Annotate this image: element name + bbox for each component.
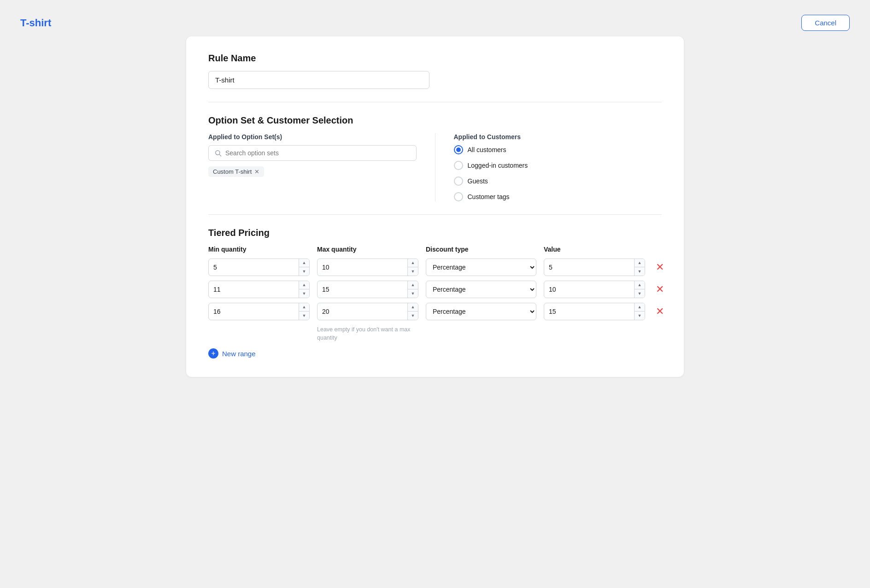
max-qty-3-spinner: ▲ ▼ — [407, 303, 418, 320]
min-qty-2-spinner: ▲ ▼ — [299, 281, 309, 298]
svg-line-1 — [219, 154, 221, 156]
table-row: ▲ ▼ ▲ ▼ Percentage Fixed amount Fixed pr… — [208, 259, 662, 276]
rule-name-input[interactable] — [208, 71, 429, 89]
customer-radio-group: All customers Logged-in customers Guests… — [454, 145, 662, 201]
min-qty-2-up[interactable]: ▲ — [299, 281, 309, 289]
table-row: ▲ ▼ ▲ ▼ Percentage Fixed amount Fixed pr… — [208, 281, 662, 298]
option-search-box — [208, 145, 417, 161]
radio-circle-tags — [454, 192, 463, 201]
search-icon — [214, 149, 222, 157]
value-3-input[interactable] — [544, 303, 634, 320]
min-qty-3-wrap: ▲ ▼ — [208, 303, 310, 320]
radio-customer-tags[interactable]: Customer tags — [454, 192, 662, 201]
value-2-up[interactable]: ▲ — [635, 281, 645, 289]
max-qty-1-up[interactable]: ▲ — [408, 259, 418, 267]
main-card: Rule Name Option Set & Customer Selectio… — [186, 36, 684, 377]
min-qty-3-spinner: ▲ ▼ — [299, 303, 309, 320]
radio-guests[interactable]: Guests — [454, 176, 662, 186]
radio-label-guests: Guests — [468, 177, 488, 185]
max-qty-2-spinner: ▲ ▼ — [407, 281, 418, 298]
radio-all-customers[interactable]: All customers — [454, 145, 662, 154]
divider-1 — [208, 102, 662, 102]
min-qty-3-down[interactable]: ▼ — [299, 312, 309, 320]
max-qty-1-input[interactable] — [317, 259, 407, 276]
min-qty-1-wrap: ▲ ▼ — [208, 259, 310, 276]
value-2-down[interactable]: ▼ — [635, 289, 645, 298]
min-qty-3-input[interactable] — [209, 303, 299, 320]
radio-circle-guests — [454, 176, 463, 186]
radio-dot-all — [456, 147, 461, 152]
value-2-input[interactable] — [544, 281, 634, 298]
discount-type-3-select[interactable]: Percentage Fixed amount Fixed price — [426, 303, 536, 320]
table-row: ▲ ▼ ▲ ▼ Percentage Fixed amount Fixed pr… — [208, 303, 662, 320]
new-range-button[interactable]: + New range — [208, 348, 256, 359]
radio-label-tags: Customer tags — [468, 193, 510, 200]
discount-type-2-wrap: Percentage Fixed amount Fixed price — [426, 281, 536, 298]
delete-row-2-button[interactable]: ✕ — [652, 282, 667, 297]
option-search-input[interactable] — [225, 149, 411, 157]
min-qty-1-up[interactable]: ▲ — [299, 259, 309, 267]
col-discount-type: Discount type — [426, 246, 536, 255]
applied-option-label: Applied to Option Set(s) — [208, 133, 417, 141]
new-range-label: New range — [222, 350, 256, 358]
radio-logged-in[interactable]: Logged-in customers — [454, 161, 662, 170]
max-qty-3-up[interactable]: ▲ — [408, 303, 418, 312]
value-3-spinner: ▲ ▼ — [634, 303, 645, 320]
value-1-spinner: ▲ ▼ — [634, 259, 645, 276]
table-header: Min quantity Max quantity Discount type … — [208, 246, 662, 255]
min-qty-3-up[interactable]: ▲ — [299, 303, 309, 312]
delete-row-1-button[interactable]: ✕ — [652, 260, 667, 275]
customer-col: Applied to Customers All customers Logge… — [435, 133, 662, 201]
value-1-input[interactable] — [544, 259, 634, 276]
col-min-qty: Min quantity — [208, 246, 310, 255]
min-qty-2-down[interactable]: ▼ — [299, 289, 309, 298]
value-2-spinner: ▲ ▼ — [634, 281, 645, 298]
plus-circle-icon: + — [208, 348, 218, 359]
applied-customers-label: Applied to Customers — [454, 133, 662, 141]
value-3-up[interactable]: ▲ — [635, 303, 645, 312]
discount-type-2-select[interactable]: Percentage Fixed amount Fixed price — [426, 281, 536, 298]
discount-type-3-wrap: Percentage Fixed amount Fixed price — [426, 303, 536, 320]
tag-label: Custom T-shirt — [213, 168, 252, 175]
min-qty-1-input[interactable] — [209, 259, 299, 276]
min-qty-1-spinner: ▲ ▼ — [299, 259, 309, 276]
value-1-down[interactable]: ▼ — [635, 267, 645, 276]
value-3-down[interactable]: ▼ — [635, 312, 645, 320]
option-customer-row: Applied to Option Set(s) Custom T-shirt … — [208, 133, 662, 201]
max-qty-2-down[interactable]: ▼ — [408, 289, 418, 298]
discount-type-1-select[interactable]: Percentage Fixed amount Fixed price — [426, 259, 536, 276]
col-value: Value — [544, 246, 645, 255]
max-qty-1-down[interactable]: ▼ — [408, 267, 418, 276]
option-tag: Custom T-shirt ✕ — [208, 166, 264, 177]
cancel-button[interactable]: Cancel — [801, 15, 850, 31]
radio-label-all: All customers — [468, 146, 506, 153]
divider-2 — [208, 214, 662, 215]
max-qty-hint: Leave empty if you don't want a max quan… — [317, 326, 418, 342]
max-qty-3-wrap: ▲ ▼ — [317, 303, 418, 320]
max-qty-3-input[interactable] — [317, 303, 407, 320]
max-qty-3-down[interactable]: ▼ — [408, 312, 418, 320]
max-qty-2-wrap: ▲ ▼ — [317, 281, 418, 298]
radio-label-logged: Logged-in customers — [468, 162, 528, 169]
max-qty-1-spinner: ▲ ▼ — [407, 259, 418, 276]
max-qty-2-up[interactable]: ▲ — [408, 281, 418, 289]
tiered-pricing-title: Tiered Pricing — [208, 228, 662, 238]
min-qty-2-wrap: ▲ ▼ — [208, 281, 310, 298]
hint-row: Leave empty if you don't want a max quan… — [208, 325, 662, 342]
col-max-qty: Max quantity — [317, 246, 418, 255]
value-2-wrap: ▲ ▼ — [544, 281, 645, 298]
page-title: T-shirt — [20, 17, 51, 29]
value-1-up[interactable]: ▲ — [635, 259, 645, 267]
tag-close-button[interactable]: ✕ — [254, 169, 259, 175]
value-1-wrap: ▲ ▼ — [544, 259, 645, 276]
delete-row-3-button[interactable]: ✕ — [652, 304, 667, 319]
tiered-pricing-section: Tiered Pricing Min quantity Max quantity… — [208, 228, 662, 359]
option-section-title: Option Set & Customer Selection — [208, 115, 662, 126]
discount-type-1-wrap: Percentage Fixed amount Fixed price — [426, 259, 536, 276]
min-qty-2-input[interactable] — [209, 281, 299, 298]
rule-name-section: Rule Name — [208, 53, 662, 89]
option-set-col: Applied to Option Set(s) Custom T-shirt … — [208, 133, 435, 201]
min-qty-1-down[interactable]: ▼ — [299, 267, 309, 276]
rule-name-label: Rule Name — [208, 53, 662, 64]
max-qty-2-input[interactable] — [317, 281, 407, 298]
